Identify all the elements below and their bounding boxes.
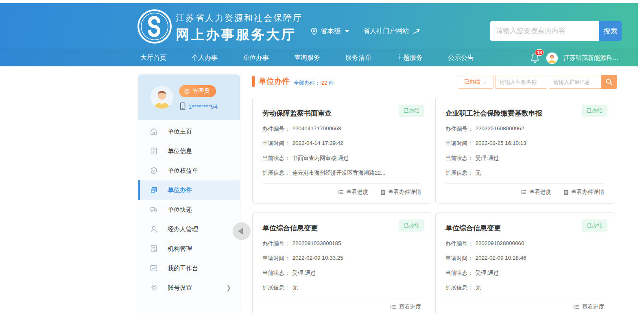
case-number: 2202091028000060 [476, 240, 524, 247]
notification-bell-icon[interactable]: 18 [530, 53, 541, 64]
apply-time: 2022-04-14 17:29:42 [293, 140, 343, 147]
field-label: 申请时间： [262, 255, 290, 262]
sidebar-item-unit-express[interactable]: 单位快递 [138, 200, 240, 219]
role-badge-label: 管理员 [192, 88, 210, 95]
nav-item-home[interactable]: 大厅首页 [140, 54, 166, 62]
sidebar-item-label: 账号设置 [168, 284, 192, 292]
sidebar-collapse-button[interactable] [233, 222, 251, 240]
header-search-input[interactable] [490, 21, 599, 41]
status-badge: 已办结 [399, 105, 424, 117]
workbench-chart-icon [150, 264, 158, 272]
portal-site-link[interactable]: 省人社门户网站 [363, 27, 422, 35]
view-progress-link[interactable]: 查看进度 [573, 303, 604, 311]
apply-time: 2022-02-09 10:33:25 [293, 255, 343, 262]
case-title: 单位综合信息变更 [262, 223, 421, 233]
phone-icon [180, 102, 186, 110]
sidebar-item-label: 单位主页 [168, 128, 192, 136]
nav-item-topics[interactable]: 主题服务 [397, 54, 423, 62]
progress-list-icon [337, 189, 344, 195]
user-avatar[interactable] [546, 53, 558, 64]
filter-search-button[interactable] [601, 75, 617, 89]
field-label: 申请时间： [445, 140, 473, 147]
profile-avatar [151, 86, 173, 109]
current-status: 受理:通过 [476, 269, 499, 277]
view-detail-link[interactable]: 查看办件详情 [380, 188, 421, 196]
nav-item-query[interactable]: 查询服务 [294, 54, 320, 62]
summary-count: 22 [321, 80, 327, 86]
sidebar-item-unit-cases[interactable]: 单位办件 [138, 180, 240, 200]
sidebar-profile: 管理员 1********54 [138, 74, 240, 120]
phone-row: 1********54 [180, 102, 218, 110]
case-number: 2202251608000962 [476, 125, 524, 133]
truck-icon [150, 206, 158, 214]
location-pin-icon [310, 27, 318, 35]
view-detail-label: 查看办件详情 [571, 188, 604, 196]
detail-doc-icon [380, 189, 386, 195]
view-detail-link[interactable]: 查看办件详情 [563, 188, 604, 196]
business-name-input[interactable] [495, 75, 547, 89]
sidebar-item-label: 机构管理 [168, 245, 192, 253]
org-name: 江苏省人力资源和社会保障厅 [176, 12, 303, 24]
case-number: 2202091033000185 [293, 240, 341, 247]
field-label: 申请时间： [445, 255, 473, 262]
progress-list-icon [520, 189, 527, 195]
view-progress-label: 查看进度 [399, 303, 421, 311]
sidebar-menu: 单位主页 单位信息 单位权益单 单位办件 [138, 120, 240, 298]
status-filter-dropdown[interactable]: 已办结 ⌄ [458, 75, 493, 89]
sidebar-item-label: 单位快递 [168, 206, 192, 214]
view-progress-label: 查看进度 [529, 188, 551, 196]
status-badge: 已办结 [399, 219, 424, 232]
site-header: 江苏省人力资源和社会保障厅 网上办事服务大厅 省本级 省人社门户网站 搜索 大厅… [0, 3, 638, 66]
nav-item-unit[interactable]: 单位办事 [243, 54, 269, 62]
role-badge: 管理员 [179, 85, 216, 97]
portal-name: 网上办事服务大厅 [176, 26, 303, 44]
case-number: 2204141717000668 [293, 125, 341, 133]
nav-item-announcements[interactable]: 公示公告 [448, 54, 474, 62]
sidebar-item-unit-home[interactable]: 单位主页 [138, 122, 240, 141]
current-status: 受理:通过 [293, 269, 316, 277]
page-title: 单位办件 [259, 76, 290, 87]
view-progress-link[interactable]: 查看进度 [520, 188, 551, 196]
chevron-down-icon: ⌄ [483, 79, 487, 85]
case-title: 劳动保障监察书面审查 [262, 109, 421, 118]
person-icon [150, 225, 158, 233]
view-progress-link[interactable]: 查看进度 [337, 188, 368, 196]
summary-unit: 件 [328, 80, 334, 86]
field-label: 当前状态： [262, 155, 290, 162]
org-doc-icon [150, 245, 158, 253]
sidebar-item-unit-info[interactable]: 单位信息 [138, 141, 240, 161]
status-badge: 已办结 [582, 219, 607, 232]
header-search-button[interactable]: 搜索 [599, 21, 622, 41]
field-label: 办件编号： [445, 125, 473, 133]
user-company-name[interactable]: 江苏明茂新能源科… [563, 54, 618, 62]
progress-list-icon [390, 304, 397, 310]
case-card: 劳动保障监察书面审查 已办结 办件编号：2204141717000668 申请时… [252, 98, 431, 204]
view-progress-link[interactable]: 查看进度 [390, 303, 421, 311]
nav-item-service-list[interactable]: 服务清单 [345, 54, 371, 62]
chevron-down-icon [345, 30, 349, 33]
rights-shield-icon [150, 166, 158, 175]
nav-item-personal[interactable]: 个人办事 [192, 54, 218, 62]
main-content: 单位办件 全部办件：22件 已办结 ⌄ 劳动保障 [252, 75, 618, 313]
region-selector[interactable]: 省本级 [310, 26, 349, 36]
sidebar-item-label: 单位办件 [168, 186, 192, 194]
ext-info: 无 [476, 169, 481, 177]
ext-info: 连云港市海州经济开发区香海湖路22... [293, 169, 386, 177]
detail-doc-icon [563, 189, 569, 195]
sidebar-item-account-settings[interactable]: 账号设置 ❯ [138, 278, 240, 298]
field-label: 办件编号： [445, 240, 473, 247]
field-label: 当前状态： [445, 269, 473, 277]
sidebar-item-org-management[interactable]: 机构管理 [138, 239, 240, 258]
sidebar-item-unit-rights[interactable]: 单位权益单 [138, 161, 240, 180]
case-title: 企业职工社会保险缴费基数申报 [445, 109, 604, 118]
region-label: 省本级 [320, 26, 341, 36]
phone-number: 1********54 [188, 103, 218, 110]
sidebar-item-agent-management[interactable]: 经办人管理 [138, 219, 240, 239]
sidebar-item-workbench[interactable]: 我的工作台 [138, 258, 240, 278]
progress-list-icon [573, 304, 580, 310]
magnifier-icon [605, 78, 613, 85]
field-label: 办件编号： [262, 240, 290, 247]
ext-info: 无 [293, 284, 298, 291]
ext-info-input[interactable] [549, 75, 601, 89]
home-icon [150, 127, 158, 136]
